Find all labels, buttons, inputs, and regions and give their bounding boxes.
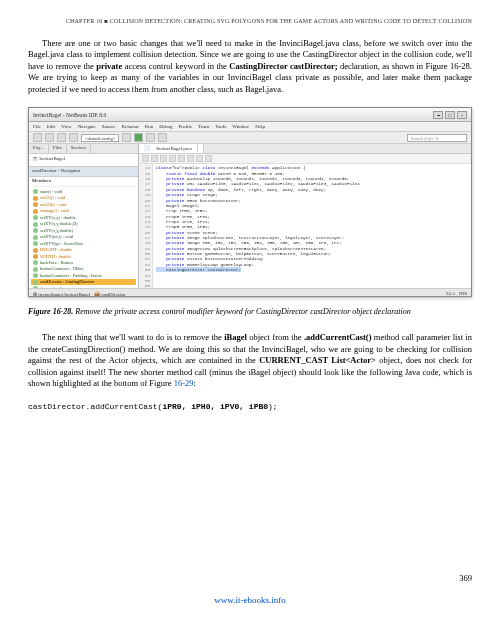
minimize-button[interactable]: ‒ <box>433 111 443 119</box>
close-button[interactable]: × <box>457 111 467 119</box>
navigator-header: castDirector - Navigator <box>29 167 138 177</box>
menu-file[interactable]: File <box>33 124 41 129</box>
cursor-position: 35:5 <box>446 291 455 296</box>
tab-files[interactable]: Files <box>49 144 67 153</box>
menu-debug[interactable]: Debug <box>159 124 172 129</box>
tab-projects[interactable]: Proj... <box>29 144 49 153</box>
menu-source[interactable]: Source <box>102 124 116 129</box>
menu-bar: File Edit View Navigate Source Refactor … <box>29 122 471 132</box>
panel-tabs: Proj... Files Services <box>29 144 138 154</box>
menu-edit[interactable]: Edit <box>47 124 55 129</box>
editor-button[interactable] <box>196 155 203 162</box>
chapter-header: CHAPTER 16 ■ COLLISION DETECTION: CREATI… <box>28 18 472 24</box>
menu-help[interactable]: Help <box>255 124 265 129</box>
editor-toolbar <box>139 154 471 164</box>
editor-button[interactable] <box>169 155 176 162</box>
toolbar-button[interactable] <box>45 133 54 142</box>
editor-button[interactable] <box>187 155 194 162</box>
menu-window[interactable]: Window <box>232 124 249 129</box>
paragraph-1: There are one or two basic changes that … <box>28 38 472 95</box>
status-bar: ⊞ invincibagel.InvinciBagel 📦 castDirect… <box>29 288 471 297</box>
editor-panel: 📄 InvinciBagel.java 14 15 16 17 18 19 20… <box>139 144 471 288</box>
code-editor[interactable]: 14 15 16 17 18 19 20 21 22 23 24 25 26 2… <box>139 164 471 288</box>
maximize-button[interactable]: □ <box>445 111 455 119</box>
para1-text: There are one or two basic changes that … <box>28 38 472 95</box>
toolbar-button[interactable] <box>57 133 66 142</box>
source-button[interactable] <box>142 155 149 162</box>
code-content[interactable]: class="kw">public class InvinciBagel ext… <box>153 164 471 288</box>
run-button[interactable] <box>134 133 143 142</box>
member-item[interactable]: down : boolean <box>31 285 136 288</box>
ide-screenshot: InvinciBagel - NetBeans IDE 8.0 ‒ □ × Fi… <box>28 107 472 297</box>
editor-tabs: 📄 InvinciBagel.java <box>139 144 471 154</box>
menu-refactor[interactable]: Refactor <box>122 124 139 129</box>
menu-team[interactable]: Team <box>198 124 209 129</box>
project-tree[interactable]: ☕ InvinciBagel <box>29 154 138 167</box>
main-toolbar: <default config> Search (Ctrl+I) <box>29 132 471 144</box>
members-header: Members <box>29 177 138 187</box>
menu-navigate[interactable]: Navigate <box>78 124 96 129</box>
toolbar-button[interactable] <box>146 133 155 142</box>
footer-link[interactable]: www.it-ebooks.info <box>0 595 500 605</box>
search-field[interactable]: Search (Ctrl+I) <box>407 134 467 142</box>
status-class: ⊞ invincibagel.InvinciBagel <box>33 291 90 297</box>
window-title: InvinciBagel - NetBeans IDE 8.0 <box>33 112 106 118</box>
menu-profile[interactable]: Profile <box>179 124 193 129</box>
toolbar-button[interactable] <box>158 133 167 142</box>
menu-tools[interactable]: Tools <box>215 124 226 129</box>
navigator-panel: Proj... Files Services ☕ InvinciBagel ca… <box>29 144 139 288</box>
menu-run[interactable]: Run <box>145 124 153 129</box>
status-member: 📦 castDirector <box>94 291 126 297</box>
window-titlebar: InvinciBagel - NetBeans IDE 8.0 ‒ □ × <box>29 108 471 122</box>
paragraph-2: The next thing that we'll want to do is … <box>28 332 472 389</box>
page-number: 369 <box>459 573 472 583</box>
caption-text: Remove the private access control modifi… <box>73 307 410 316</box>
toolbar-button[interactable] <box>122 133 131 142</box>
figure-number: Figure 16-28. <box>28 307 73 316</box>
editor-button[interactable] <box>205 155 212 162</box>
line-gutter: 14 15 16 17 18 19 20 21 22 23 24 25 26 2… <box>139 164 153 288</box>
editor-button[interactable] <box>178 155 185 162</box>
config-combo[interactable]: <default config> <box>81 134 119 142</box>
members-list: start() : voidsetAll() : voidsetAll(i) :… <box>29 187 138 288</box>
toolbar-button[interactable] <box>33 133 42 142</box>
insert-mode: INS <box>459 291 467 296</box>
history-button[interactable] <box>151 155 158 162</box>
toolbar-button[interactable] <box>69 133 78 142</box>
editor-tab[interactable]: 📄 InvinciBagel.java <box>139 144 204 153</box>
code-snippet: castDirector.addCurrentCast(iPR0, iPH0, … <box>28 402 472 411</box>
editor-button[interactable] <box>160 155 167 162</box>
menu-view[interactable]: View <box>61 124 72 129</box>
figure-caption: Figure 16-28. Remove the private access … <box>28 307 472 316</box>
tab-services[interactable]: Services <box>67 144 91 153</box>
